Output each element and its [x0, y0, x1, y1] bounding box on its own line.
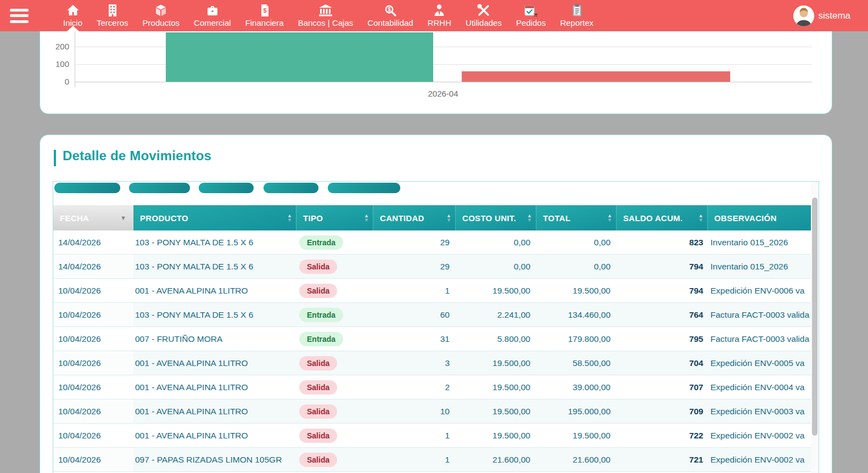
- nav-item-financiera[interactable]: $ Financiera: [238, 0, 291, 31]
- movements-card: Detalle de Movimientos FECHA▼PRODUCTO▲▼T…: [40, 134, 832, 473]
- column-header-cantidad[interactable]: CANTIDAD▲▼: [373, 205, 456, 230]
- cell-cantidad: 2: [373, 375, 456, 399]
- chart-y-tick-label: 100: [46, 59, 69, 69]
- cell-saldo-acum: 795: [617, 327, 708, 351]
- sort-desc-icon: ▼: [527, 218, 532, 222]
- column-header-tipo[interactable]: TIPO▲▼: [296, 205, 373, 230]
- calendar-cart-icon: [524, 3, 538, 18]
- cell-tipo: Salida: [296, 351, 373, 375]
- table-row[interactable]: 14/04/2026103 - PONY MALTA DE 1.5 X 6Ent…: [53, 230, 812, 255]
- cell-tipo: Salida: [296, 279, 373, 302]
- column-header-producto[interactable]: PRODUCTO▲▼: [133, 205, 296, 230]
- chart-y-axis: [75, 28, 75, 87]
- column-header-label: OBSERVACIÓN: [708, 213, 777, 223]
- clipboard-icon: [572, 3, 583, 18]
- sort-active-desc-icon: ▼: [120, 215, 126, 221]
- cell-cantidad: 10: [373, 399, 456, 423]
- nav-item-terceros[interactable]: Terceros: [89, 0, 136, 31]
- table-row[interactable]: 10/04/2026007 - FRUTIÑO MORAEntrada315.8…: [53, 327, 812, 351]
- tipo-badge: Salida: [299, 453, 337, 467]
- column-header-label: FECHA: [53, 213, 89, 223]
- nav-item-comercial[interactable]: Comercial: [187, 0, 238, 31]
- export-button-1[interactable]: [54, 183, 120, 193]
- username-label: sistema: [818, 10, 850, 21]
- cell-saldo-acum: 709: [617, 399, 708, 423]
- column-header-label: SALDO ACUM.: [617, 213, 683, 223]
- chart-y-tick-label: 200: [46, 42, 69, 51]
- cell-tipo: Salida: [296, 424, 373, 447]
- cell-total: 58.500,00: [536, 351, 617, 375]
- table-row[interactable]: 14/04/2026103 - PONY MALTA DE 1.5 X 6Sal…: [53, 255, 812, 279]
- table-row[interactable]: 10/04/2026001 - AVENA ALPINA 1LITROSalid…: [53, 424, 812, 448]
- cell-tipo: Salida: [296, 255, 373, 278]
- chart-bar-series_green[interactable]: [166, 32, 433, 82]
- table-row[interactable]: 10/04/2026001 - AVENA ALPINA 1LITROSalid…: [53, 399, 812, 424]
- table-scrollbar-track[interactable]: [811, 182, 819, 473]
- user-menu[interactable]: sistema: [793, 5, 850, 26]
- cell-saldo-acum: 707: [617, 375, 708, 399]
- briefcase-icon: [206, 3, 219, 18]
- cell-tipo: Entrada: [296, 327, 373, 351]
- tipo-badge: Salida: [299, 260, 337, 274]
- nav-item-utilidades[interactable]: Utilidades: [458, 0, 509, 31]
- column-header-fecha[interactable]: FECHA▼: [53, 205, 133, 230]
- cell-saldo-acum: 721: [617, 448, 708, 471]
- cell-producto: 001 - AVENA ALPINA 1LITRO: [133, 424, 296, 447]
- nav-item-pedidos[interactable]: Pedidos: [509, 0, 553, 31]
- cell-producto: 007 - FRUTIÑO MORA: [133, 327, 296, 351]
- cell-producto: 103 - PONY MALTA DE 1.5 X 6: [133, 303, 296, 326]
- tipo-badge: Salida: [299, 404, 337, 419]
- cell-costo-unit: 21.600,00: [456, 448, 536, 471]
- column-header-costo-unit-[interactable]: COSTO UNIT.▲▼: [456, 205, 536, 230]
- nav-item-inicio[interactable]: Inicio: [56, 0, 89, 31]
- cell-costo-unit: 5.800,00: [456, 327, 536, 351]
- column-header-total[interactable]: TOTAL▲▼: [536, 205, 617, 230]
- cell-total: 39.000,00: [536, 375, 617, 399]
- cell-producto: 001 - AVENA ALPINA 1LITRO: [133, 375, 296, 399]
- menu-icon[interactable]: [10, 9, 29, 23]
- sort-desc-icon: ▼: [287, 218, 292, 222]
- table-row[interactable]: 10/04/2026001 - AVENA ALPINA 1LITROSalid…: [53, 375, 812, 399]
- section-accent-bar: [54, 150, 56, 166]
- nav-item-productos[interactable]: Productos: [136, 0, 187, 31]
- table-row[interactable]: 10/04/2026001 - AVENA ALPINA 1LITROSalid…: [53, 351, 812, 375]
- export-buttons-row: [53, 183, 819, 195]
- table-row[interactable]: 10/04/2026103 - PONY MALTA DE 1.5 X 6Ent…: [53, 303, 812, 327]
- cell-saldo-acum: 704: [617, 351, 708, 375]
- table-row[interactable]: 10/04/2026097 - PAPAS RIZADAS LIMON 105G…: [53, 448, 812, 472]
- nav-item-rrhh[interactable]: RRHH: [421, 0, 458, 31]
- cell-cantidad: 60: [373, 303, 456, 326]
- cell-observacion: Factura FACT-0003 valida: [708, 327, 812, 351]
- chart-bar-series_red[interactable]: [462, 71, 730, 82]
- cell-observacion: Inventario 015_2026: [708, 230, 812, 254]
- export-button-5[interactable]: [328, 183, 400, 193]
- export-button-3[interactable]: [199, 183, 254, 193]
- nav-item-bancos-cajas[interactable]: Bancos | Cajas: [291, 0, 361, 31]
- export-button-4[interactable]: [264, 183, 318, 193]
- cell-costo-unit: 2.241,00: [456, 303, 536, 326]
- nav-item-contabilidad[interactable]: $ Contabilidad: [360, 0, 420, 31]
- cell-fecha: 10/04/2026: [53, 351, 133, 375]
- tipo-badge: Salida: [299, 380, 337, 395]
- column-header-observación[interactable]: OBSERVACIÓN: [708, 205, 812, 230]
- chart-gridline: [75, 82, 812, 82]
- cell-tipo: Salida: [296, 375, 373, 399]
- tools-icon: [477, 3, 490, 18]
- table-row[interactable]: 10/04/2026001 - AVENA ALPINA 1LITROSalid…: [53, 279, 812, 303]
- top-navbar: Inicio Terceros Productos Comercial $ Fi…: [0, 0, 868, 31]
- cell-cantidad: 29: [373, 230, 456, 254]
- cell-producto: 103 - PONY MALTA DE 1.5 X 6: [133, 255, 296, 278]
- cell-saldo-acum: 764: [617, 303, 708, 326]
- cell-observacion: Expedición ENV-0002 va: [708, 424, 812, 447]
- column-header-label: CANTIDAD: [373, 213, 424, 223]
- table-scrollbar-thumb[interactable]: [812, 198, 817, 436]
- nav-item-reportex[interactable]: Reportex: [553, 0, 601, 31]
- cell-fecha: 10/04/2026: [53, 399, 133, 423]
- cell-cantidad: 1: [373, 424, 456, 447]
- cell-tipo: Salida: [296, 448, 373, 471]
- cell-total: 179.800,00: [536, 327, 617, 351]
- export-button-2[interactable]: [129, 183, 190, 193]
- column-header-label: TOTAL: [536, 213, 570, 223]
- cell-cantidad: 1: [373, 279, 456, 302]
- column-header-saldo-acum-[interactable]: SALDO ACUM.▲▼: [617, 205, 708, 230]
